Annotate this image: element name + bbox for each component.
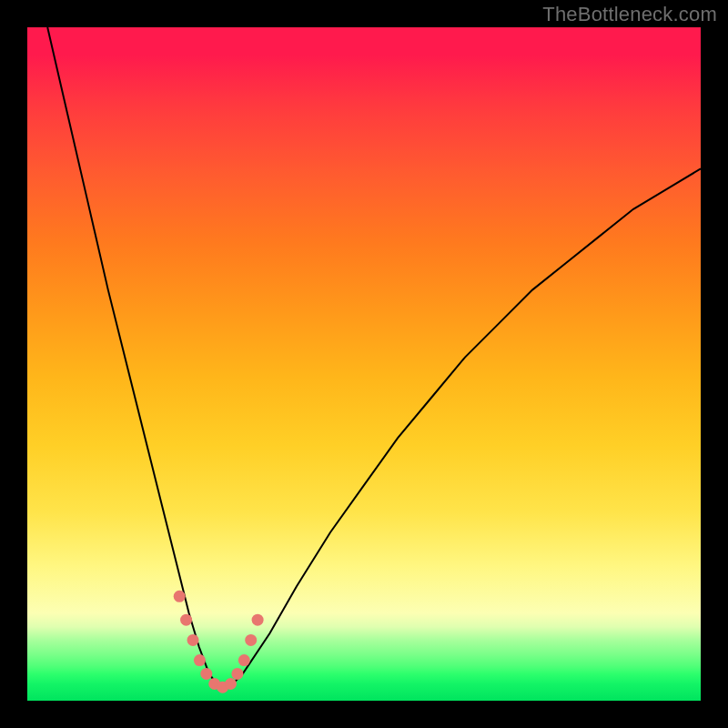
marker-dot: [238, 654, 250, 666]
marker-dot: [174, 591, 186, 602]
marker-dot: [225, 678, 237, 690]
marker-dot: [180, 614, 192, 626]
marker-dot: [252, 614, 264, 626]
bottleneck-curve: [47, 27, 701, 687]
plot-area: [27, 27, 701, 701]
marker-dot: [194, 654, 206, 666]
marker-dot: [245, 634, 257, 646]
marker-dot: [231, 668, 243, 680]
marker-dot: [200, 668, 212, 680]
marker-dot: [187, 634, 199, 646]
watermark-text: TheBottleneck.com: [542, 3, 717, 26]
chart-svg: [27, 27, 701, 701]
